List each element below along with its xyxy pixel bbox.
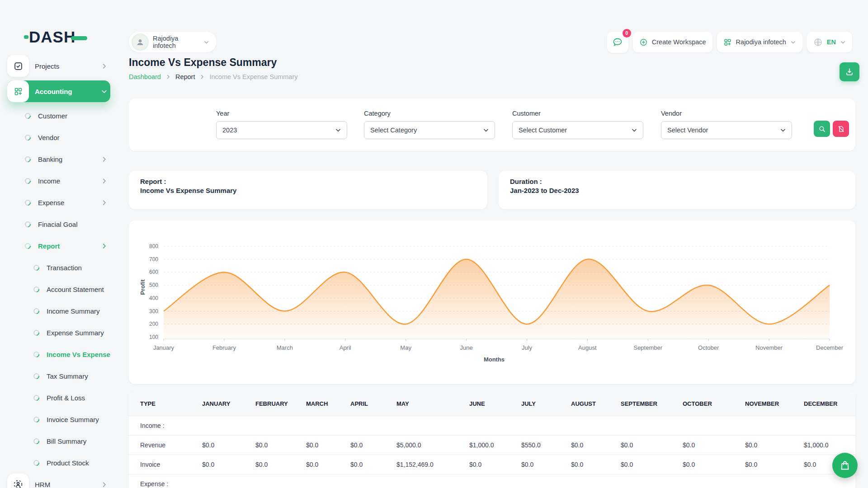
download-button[interactable] bbox=[840, 62, 859, 81]
bullet-icon bbox=[32, 437, 40, 445]
table-cell: $0.0 bbox=[741, 455, 799, 474]
category-select[interactable]: Select Category bbox=[364, 121, 495, 139]
sidebar-item-projects[interactable]: Projects bbox=[7, 55, 110, 77]
month-label: March bbox=[277, 344, 293, 351]
customer-select-value: Select Customer bbox=[519, 127, 567, 134]
sidebar-item-income-vs-expense[interactable]: Income Vs Expense bbox=[7, 343, 110, 365]
chevron-right-icon bbox=[165, 74, 171, 80]
bullet-icon bbox=[32, 263, 40, 272]
month-label: November bbox=[755, 344, 783, 351]
bullet-icon bbox=[32, 285, 40, 293]
sidebar-item-product-stock[interactable]: Product Stock bbox=[7, 452, 110, 474]
income-expense-table: TYPEJANUARYFEBRUARYMARCHAPRILMAYJUNEJULY… bbox=[129, 391, 855, 488]
year-select-value: 2023 bbox=[222, 127, 237, 134]
chevron-right-icon bbox=[199, 74, 205, 80]
table-cell: $1,152,469.0 bbox=[392, 455, 465, 474]
sidebar-item-accounting[interactable]: Accounting bbox=[7, 80, 110, 102]
sidebar-item-banking[interactable]: Banking bbox=[7, 148, 110, 170]
y-tick-label: 600 bbox=[149, 269, 158, 275]
sidebar-item-report[interactable]: Report bbox=[7, 235, 110, 257]
year-select[interactable]: 2023 bbox=[216, 121, 347, 139]
bullet-icon bbox=[24, 155, 32, 163]
sidebar-item-label: Account Statement bbox=[47, 286, 110, 293]
bullet-icon bbox=[32, 394, 40, 402]
company-selector[interactable]: Rajodiya infotech bbox=[717, 32, 802, 52]
chevron-down-icon bbox=[790, 39, 796, 45]
sidebar-item-label: Projects bbox=[35, 62, 101, 70]
sidebar-item-transaction[interactable]: Transaction bbox=[7, 257, 110, 278]
logo-dash-icon bbox=[71, 36, 87, 40]
category-label: Category bbox=[364, 110, 391, 117]
sidebar-item-account-statement[interactable]: Account Statement bbox=[7, 278, 110, 300]
bullet-icon bbox=[24, 177, 32, 185]
sidebar-item-label: Expense bbox=[38, 199, 101, 206]
sidebar-item-label: HRM bbox=[35, 481, 101, 488]
language-selector[interactable]: EN bbox=[807, 32, 852, 52]
workspace-selector[interactable]: Rajodiya infotech bbox=[129, 32, 217, 52]
purchase-fab-button[interactable] bbox=[832, 453, 858, 478]
table-header-cell: TYPE bbox=[129, 391, 198, 416]
y-tick-label: 200 bbox=[149, 321, 158, 327]
report-label: Report : bbox=[140, 178, 166, 185]
table-header-cell: MARCH bbox=[302, 391, 346, 416]
breadcrumb-report[interactable]: Report bbox=[175, 73, 195, 80]
table-header-cell: FEBRUARY bbox=[251, 391, 302, 416]
profit-chart-card: Profit Months 100200300400500600700800Ja… bbox=[129, 221, 855, 384]
sidebar-item-hrm[interactable]: HRM bbox=[7, 474, 110, 488]
table-row: Revenue$0.0$0.0$0.0$0.0$5,000.0$1,000.0$… bbox=[129, 436, 855, 455]
table-cell: $0.0 bbox=[198, 455, 251, 474]
sidebar-item-label: Finacial Goal bbox=[38, 221, 110, 228]
filter-vendor: Vendor bbox=[661, 110, 682, 117]
sidebar-item-income[interactable]: Income bbox=[7, 170, 110, 192]
chevron-down-icon bbox=[780, 127, 786, 133]
table-row-type: Revenue bbox=[129, 436, 198, 455]
sidebar-item-invoice-summary[interactable]: Invoice Summary bbox=[7, 408, 110, 430]
filter-category: Category bbox=[364, 110, 391, 117]
sidebar-item-customer[interactable]: Customer bbox=[7, 105, 110, 127]
sidebar-item-vendor[interactable]: Vendor bbox=[7, 127, 110, 148]
month-label: February bbox=[212, 344, 236, 351]
table-header-cell: JUNE bbox=[465, 391, 517, 416]
sidebar-item-tax-summary[interactable]: Tax Summary bbox=[7, 365, 110, 387]
sidebar-nav: ProjectsAccountingCustomerVendorBankingI… bbox=[7, 55, 110, 488]
table-header-cell: AUGUST bbox=[566, 391, 616, 416]
breadcrumb-dashboard[interactable]: Dashboard bbox=[129, 73, 161, 80]
clear-filter-button[interactable] bbox=[833, 121, 849, 137]
sidebar-item-income-summary[interactable]: Income Summary bbox=[7, 300, 110, 322]
chat-badge: 0 bbox=[623, 29, 631, 38]
table-cell: $0.0 bbox=[678, 436, 741, 455]
bullet-icon bbox=[32, 459, 40, 467]
apply-filter-button[interactable] bbox=[814, 121, 830, 137]
dash-logo[interactable]: DASH bbox=[29, 28, 87, 46]
chevron-right-icon bbox=[101, 243, 108, 249]
vendor-select[interactable]: Select Vendor bbox=[661, 121, 792, 139]
table-cell: $0.0 bbox=[616, 455, 678, 474]
sidebar-item-finacial-goal[interactable]: Finacial Goal bbox=[7, 213, 110, 235]
chevron-right-icon bbox=[101, 199, 108, 206]
table-header-cell: JANUARY bbox=[198, 391, 251, 416]
table-cell: $0.0 bbox=[741, 436, 799, 455]
bullet-icon bbox=[32, 372, 40, 380]
chevron-right-icon bbox=[101, 156, 108, 163]
sidebar-item-label: Customer bbox=[38, 112, 110, 120]
sidebar-item-expense[interactable]: Expense bbox=[7, 192, 110, 213]
filter-customer: Customer bbox=[512, 110, 541, 117]
sidebar-item-bill-summary[interactable]: Bill Summary bbox=[7, 430, 110, 452]
profit-series-area bbox=[164, 259, 830, 338]
filter-year: Year bbox=[216, 110, 229, 117]
sidebar-item-expense-summary[interactable]: Expense Summary bbox=[7, 322, 110, 343]
table-cell: $0.0 bbox=[302, 455, 346, 474]
sidebar-item-profit-loss[interactable]: Profit & Loss bbox=[7, 387, 110, 408]
table-row: Invoice$0.0$0.0$0.0$0.0$1,152,469.0$0.0$… bbox=[129, 455, 855, 474]
y-tick-label: 100 bbox=[149, 334, 158, 340]
create-workspace-button[interactable]: Create Workspace bbox=[633, 32, 712, 52]
chevron-right-icon bbox=[101, 63, 108, 70]
customer-select[interactable]: Select Customer bbox=[512, 121, 643, 139]
table-cell: $0.0 bbox=[465, 455, 517, 474]
grid-plus-icon bbox=[723, 38, 732, 47]
logo-text: DASH bbox=[29, 28, 75, 46]
chat-button[interactable]: 0 bbox=[607, 32, 628, 53]
income-expense-table-card: TYPEJANUARYFEBRUARYMARCHAPRILMAYJUNEJULY… bbox=[129, 391, 855, 488]
bullet-icon bbox=[24, 220, 32, 228]
table-cell: $0.0 bbox=[616, 436, 678, 455]
